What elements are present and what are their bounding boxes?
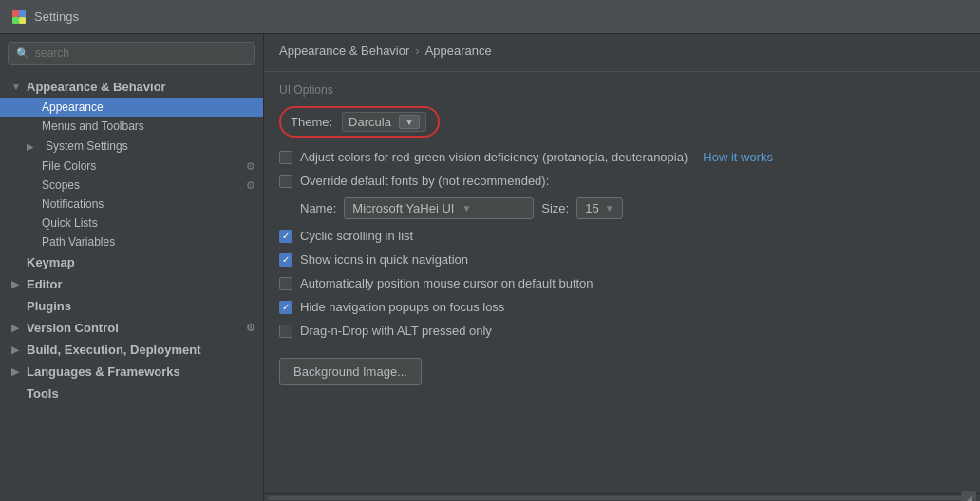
- content-area: Appearance & Behavior › Appearance UI Op…: [264, 34, 980, 501]
- sidebar-item-path-variables[interactable]: Path Variables: [0, 232, 263, 251]
- theme-dropdown[interactable]: Darcula ▼: [342, 112, 426, 132]
- expand-arrow-icon: [11, 388, 27, 399]
- settings-icon: ⚙: [246, 160, 255, 173]
- checkbox-row-hide-nav-popups: Hide navigation popups on focus loss: [279, 295, 965, 319]
- sidebar-item-label: Menus and Toolbars: [42, 120, 144, 133]
- expand-arrow-icon: ▶: [27, 141, 42, 152]
- scroll-track[interactable]: [268, 496, 961, 500]
- theme-label: Theme:: [291, 115, 332, 129]
- sidebar-section-label: Languages & Frameworks: [27, 364, 180, 379]
- checkbox-row-show-icons: Show icons in quick navigation: [279, 248, 965, 271]
- dropdown-arrow-icon: ▼: [605, 203, 614, 213]
- sidebar-item-system-settings[interactable]: ▶ System Settings: [0, 136, 263, 157]
- sidebar-item-quick-lists[interactable]: Quick Lists: [0, 213, 263, 232]
- sidebar-item-plugins[interactable]: Plugins: [0, 295, 263, 317]
- app-icon: [11, 9, 27, 25]
- checkbox-cyclic-scrolling[interactable]: [279, 230, 292, 243]
- dropdown-arrow-icon: ▼: [462, 203, 471, 213]
- sidebar-section-label: Plugins: [27, 299, 71, 313]
- checkbox-label-auto-position: Automatically position mouse cursor on d…: [300, 276, 594, 290]
- checkbox-label-override-fonts: Override default fonts by (not recommend…: [300, 174, 549, 188]
- sidebar-section-label: Build, Execution, Deployment: [27, 343, 200, 357]
- checkbox-row-override-fonts: Override default fonts by (not recommend…: [279, 169, 965, 193]
- font-name-dropdown[interactable]: Microsoft YaHei UI ▼: [344, 197, 534, 219]
- sidebar: 🔍 ▼ Appearance & Behavior Appearance Men…: [0, 34, 264, 501]
- expand-arrow-icon: ▶: [11, 279, 27, 289]
- sidebar-item-menus-toolbars[interactable]: Menus and Toolbars: [0, 117, 263, 136]
- checkbox-override-fonts[interactable]: [279, 175, 292, 188]
- main-layout: 🔍 ▼ Appearance & Behavior Appearance Men…: [0, 34, 980, 501]
- sidebar-section-label: Keymap: [27, 255, 75, 269]
- sidebar-item-editor[interactable]: ▶ Editor: [0, 273, 263, 295]
- sidebar-item-label: Quick Lists: [42, 216, 98, 230]
- checkbox-row-cyclic-scrolling: Cyclic scrolling in list: [279, 224, 965, 248]
- sidebar-item-appearance-behavior[interactable]: ▼ Appearance & Behavior: [0, 76, 263, 98]
- sidebar-item-file-colors[interactable]: File Colors ⚙: [0, 157, 263, 176]
- expand-arrow-icon: ▶: [11, 366, 27, 377]
- sidebar-section-label: Appearance & Behavior: [27, 80, 166, 94]
- svg-rect-2: [12, 17, 19, 24]
- sidebar-item-label: File Colors: [42, 159, 96, 173]
- settings-icon: ⚙: [246, 322, 255, 334]
- checkbox-label-drag-drop: Drag-n-Drop with ALT pressed only: [300, 324, 492, 338]
- sidebar-item-tools[interactable]: Tools: [0, 382, 263, 404]
- font-name-value: Microsoft YaHei UI: [352, 201, 454, 215]
- checkbox-red-green[interactable]: [279, 151, 292, 164]
- expand-arrow-icon: ▶: [11, 323, 27, 333]
- sidebar-item-version-control[interactable]: ▶ Version Control ⚙: [0, 317, 263, 339]
- ui-options-label: UI Options: [279, 84, 965, 97]
- checkbox-row-red-green: Adjust colors for red-green vision defic…: [279, 145, 965, 169]
- sidebar-item-notifications[interactable]: Notifications: [0, 195, 263, 213]
- font-size-dropdown[interactable]: 15 ▼: [576, 197, 622, 219]
- expand-arrow-icon: ▶: [11, 344, 27, 355]
- checkbox-label-show-icons: Show icons in quick navigation: [300, 252, 468, 267]
- sidebar-item-keymap[interactable]: Keymap: [0, 251, 263, 273]
- expand-arrow-icon: [11, 257, 27, 268]
- background-image-button[interactable]: Background Image...: [279, 358, 422, 385]
- search-box[interactable]: 🔍: [8, 42, 255, 65]
- svg-rect-0: [12, 10, 19, 17]
- settings-icon: ⚙: [246, 179, 255, 192]
- title-bar: Settings: [0, 0, 980, 34]
- search-input[interactable]: [35, 46, 247, 60]
- sidebar-item-build-execution[interactable]: ▶ Build, Execution, Deployment: [0, 339, 263, 361]
- sidebar-section-label: Editor: [27, 277, 63, 291]
- sidebar-item-appearance[interactable]: Appearance: [0, 98, 263, 117]
- content-scroll: UI Options Theme: Darcula ▼ Adjust color: [264, 80, 980, 493]
- theme-value: Darcula: [349, 115, 391, 129]
- search-icon: 🔍: [16, 47, 29, 60]
- sidebar-item-label: Appearance: [42, 101, 104, 114]
- checkbox-label-cyclic-scrolling: Cyclic scrolling in list: [300, 229, 413, 243]
- checkbox-drag-drop[interactable]: [279, 325, 292, 338]
- window-title: Settings: [34, 9, 79, 24]
- size-label: Size:: [541, 201, 569, 215]
- breadcrumb-parent: Appearance & Behavior: [279, 44, 409, 58]
- expand-arrow-icon: [11, 301, 27, 311]
- expand-arrow-icon: ▼: [11, 82, 27, 92]
- svg-rect-3: [19, 17, 26, 24]
- sidebar-item-label: Notifications: [42, 197, 104, 211]
- checkbox-show-icons[interactable]: [279, 253, 292, 267]
- breadcrumb-divider: [264, 71, 980, 72]
- how-it-works-link[interactable]: How it works: [703, 150, 773, 164]
- svg-rect-1: [19, 10, 26, 17]
- theme-selector-group: Theme: Darcula ▼: [279, 106, 440, 138]
- name-label: Name:: [300, 201, 336, 215]
- sidebar-item-label: Scopes: [42, 178, 80, 192]
- checkbox-label-hide-nav-popups: Hide navigation popups on focus loss: [300, 300, 504, 314]
- font-name-size-row: Name: Microsoft YaHei UI ▼ Size: 15 ▼: [279, 193, 965, 224]
- font-size-value: 15: [585, 201, 598, 215]
- breadcrumb-current: Appearance: [425, 44, 492, 58]
- horizontal-scrollbar[interactable]: ◢: [264, 493, 980, 501]
- sidebar-item-languages-frameworks[interactable]: ▶ Languages & Frameworks: [0, 361, 263, 382]
- checkbox-hide-nav-popups[interactable]: [279, 301, 292, 314]
- theme-wrapper: Theme: Darcula ▼: [279, 106, 965, 138]
- breadcrumb: Appearance & Behavior › Appearance: [264, 34, 980, 64]
- checkbox-auto-position[interactable]: [279, 277, 292, 290]
- resize-handle-icon: ◢: [961, 491, 976, 502]
- sidebar-tree: ▼ Appearance & Behavior Appearance Menus…: [0, 72, 263, 408]
- sidebar-item-label: Path Variables: [42, 235, 115, 249]
- sidebar-item-scopes[interactable]: Scopes ⚙: [0, 176, 263, 195]
- sidebar-section-label: Version Control: [27, 321, 119, 335]
- sidebar-section-label: Tools: [27, 386, 59, 400]
